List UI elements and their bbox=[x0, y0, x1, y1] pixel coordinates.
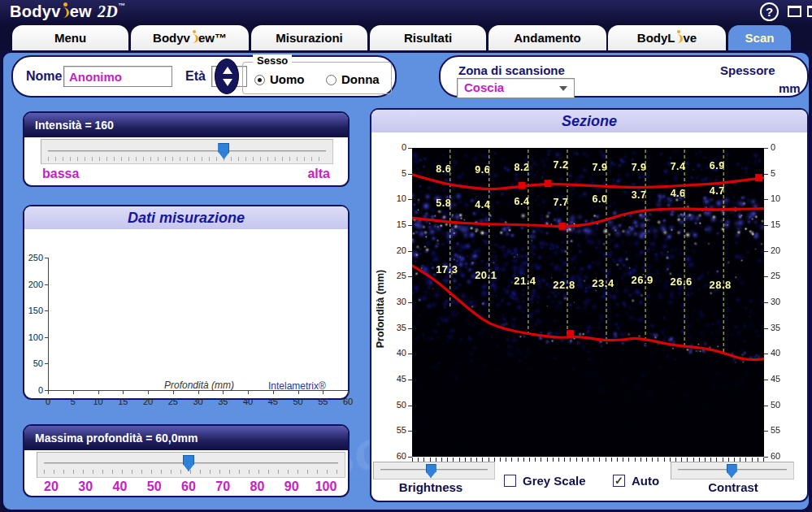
measurement-value: 6.9 bbox=[710, 160, 725, 171]
nome-input[interactable] bbox=[63, 66, 172, 87]
tab-risultati[interactable]: Risultati bbox=[370, 25, 486, 50]
radio-icon[interactable] bbox=[326, 75, 337, 85]
depth-label-left: 30 bbox=[387, 297, 406, 306]
tab-label: Risultati bbox=[404, 31, 452, 45]
measurement-value: 7.7 bbox=[554, 197, 569, 208]
x-tick-label: 40 bbox=[238, 397, 258, 406]
patient-form-panel: Nome Età Sesso UomoDonna bbox=[11, 55, 397, 98]
y-tick-label: 0 bbox=[24, 385, 43, 395]
measurement-value: 4.6 bbox=[671, 188, 686, 199]
sesso-groupbox: Sesso UomoDonna bbox=[242, 62, 392, 94]
radio-option-uomo[interactable]: Uomo bbox=[254, 72, 305, 86]
x-tick-label: 50 bbox=[289, 397, 308, 406]
eta-spinner[interactable] bbox=[215, 59, 239, 94]
depth-tick-right bbox=[764, 328, 768, 329]
depth-label-right: 40 bbox=[771, 348, 790, 358]
depth-tick-label: 20 bbox=[37, 479, 66, 494]
app-title-pre: Bodyv bbox=[10, 2, 61, 20]
depth-label-left: 5 bbox=[387, 168, 406, 178]
brightness-slider-thumb[interactable] bbox=[426, 464, 436, 478]
brightness-slider[interactable] bbox=[373, 462, 495, 479]
tab-label: Andamento bbox=[514, 31, 581, 45]
radio-option-donna[interactable]: Donna bbox=[326, 72, 380, 86]
slider-ticks bbox=[48, 157, 326, 161]
auto-checkbox[interactable]: ✓ bbox=[613, 475, 625, 487]
x-tick bbox=[48, 391, 49, 394]
intensity-slider[interactable] bbox=[41, 139, 333, 164]
tab-label: Bodyv bbox=[153, 31, 190, 45]
y-tick bbox=[45, 363, 48, 364]
scan-zone-panel: Zona di scansione Coscia Spessore mm bbox=[439, 55, 809, 98]
auto-label: Auto bbox=[632, 474, 659, 488]
measure-chart-panel: Dati misurazione 05010015020025005101520… bbox=[23, 205, 350, 400]
x-tick-label: 15 bbox=[113, 397, 132, 406]
x-tick-label: 20 bbox=[138, 397, 158, 406]
max-depth-slider[interactable] bbox=[37, 452, 345, 478]
measurement-value: 22.8 bbox=[553, 279, 575, 291]
intensity-low-label: bassa bbox=[42, 167, 79, 181]
nome-label: Nome bbox=[26, 69, 62, 84]
x-tick bbox=[148, 391, 149, 394]
measure-chart-xlabel: Profondità (mm) bbox=[130, 380, 268, 391]
measurement-value: 7.4 bbox=[671, 161, 686, 172]
tab-bodylive[interactable]: BodyLve bbox=[608, 25, 726, 50]
y-tick-label: 150 bbox=[24, 306, 43, 315]
tab-andamento[interactable]: Andamento bbox=[489, 25, 606, 50]
sezione-panel: Sezione Profondità (mm) 8.69.68.27.27.97… bbox=[370, 108, 809, 502]
window-close-icon[interactable] bbox=[807, 6, 812, 17]
measure-chart: 050100150200250051015202530354045505560 bbox=[24, 229, 348, 398]
depth-label-left: 55 bbox=[387, 425, 406, 435]
app-title: Bodyvew2D™ bbox=[10, 2, 125, 21]
depth-tick-left bbox=[408, 406, 412, 406]
y-tick-label: 200 bbox=[24, 280, 43, 289]
measure-chart-header: Dati misurazione bbox=[24, 206, 348, 229]
x-tick-label: 5 bbox=[63, 397, 83, 406]
contrast-slider[interactable] bbox=[671, 462, 794, 479]
tab-bodyview[interactable]: Bodyvew™ bbox=[131, 25, 249, 50]
measurement-value: 26.9 bbox=[631, 274, 653, 286]
spinner-down-icon[interactable] bbox=[223, 79, 232, 86]
measurement-value: 4.7 bbox=[710, 185, 725, 197]
eta-label: Età bbox=[185, 69, 206, 84]
figure-i-icon bbox=[675, 29, 682, 42]
tab-menu[interactable]: Menu bbox=[12, 25, 128, 50]
zona-dropdown[interactable]: Coscia bbox=[457, 78, 575, 98]
measurement-value: 23.4 bbox=[592, 277, 614, 289]
tab-label: Misurazioni bbox=[276, 31, 343, 45]
help-icon[interactable]: ? bbox=[760, 2, 779, 21]
depth-tick-left bbox=[408, 225, 412, 226]
depth-tick-right bbox=[764, 380, 768, 380]
application-window: Bodyvew2D™ ? MenuBodyvew™MisurazioniRisu… bbox=[0, 0, 812, 512]
x-tick bbox=[198, 391, 199, 394]
x-tick-label: 60 bbox=[338, 397, 358, 406]
depth-label-right: 30 bbox=[771, 297, 790, 306]
tab-scan[interactable]: Scan bbox=[728, 25, 791, 50]
depth-label-right: 25 bbox=[771, 271, 790, 280]
depth-tick-right bbox=[764, 302, 768, 303]
depth-label-left: 40 bbox=[387, 348, 406, 358]
measurement-value: 3.7 bbox=[632, 189, 647, 201]
ultrasound-overlay: 8.69.68.27.27.97.97.46.95.84.46.47.76.03… bbox=[412, 148, 764, 457]
check-icon: ✓ bbox=[614, 475, 623, 487]
max-depth-slider-thumb[interactable] bbox=[183, 455, 194, 471]
depth-label-left: 0 bbox=[387, 142, 406, 152]
radio-label: Donna bbox=[341, 72, 380, 86]
y-tick-label: 50 bbox=[24, 358, 43, 368]
curve-marker bbox=[545, 180, 552, 187]
x-tick bbox=[248, 391, 249, 394]
spinner-up-icon[interactable] bbox=[223, 67, 232, 74]
sezione-ylabel: Profondità (mm) bbox=[375, 248, 388, 370]
depth-tick-left bbox=[408, 328, 412, 329]
measurement-value: 7.9 bbox=[632, 162, 647, 173]
depth-tick-right bbox=[764, 174, 768, 175]
title-bar: Bodyvew2D™ ? bbox=[0, 0, 812, 24]
measurement-value: 17.3 bbox=[436, 263, 458, 276]
grey-scale-checkbox[interactable] bbox=[504, 475, 516, 487]
depth-tick-right bbox=[764, 148, 768, 149]
radio-icon[interactable] bbox=[254, 75, 265, 85]
contrast-slider-thumb[interactable] bbox=[727, 464, 737, 478]
slider-track[interactable] bbox=[48, 150, 326, 152]
window-restore-icon[interactable] bbox=[788, 6, 801, 17]
tab-misurazioni[interactable]: Misurazioni bbox=[251, 25, 367, 50]
depth-label-right: 55 bbox=[771, 425, 790, 435]
